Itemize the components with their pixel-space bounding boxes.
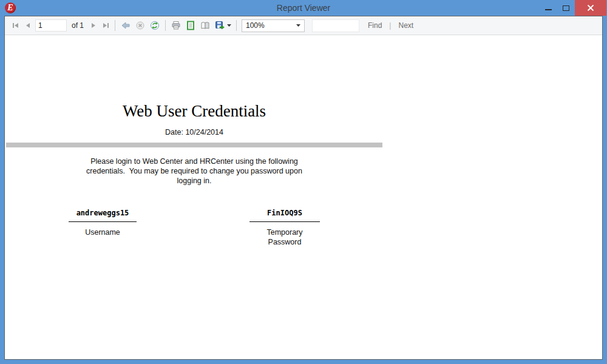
password-label: Temporary Password <box>249 228 320 247</box>
print-layout-button[interactable] <box>183 19 198 32</box>
titlebar: E Report Viewer <box>0 0 607 16</box>
refresh-icon <box>150 21 160 30</box>
username-label: Username <box>69 228 137 237</box>
previous-page-button[interactable] <box>22 19 34 32</box>
refresh-button[interactable] <box>148 19 162 32</box>
username-field: andreweggs15 Username <box>69 209 137 237</box>
report-instructions: Please login to Web Center and HRCenter … <box>5 157 384 186</box>
zoom-value: 100% <box>246 21 265 30</box>
divider-bar <box>6 143 382 147</box>
close-icon <box>587 4 594 12</box>
window-title: Report Viewer <box>0 3 607 13</box>
report-date: Date: 10/24/2014 <box>5 128 384 136</box>
window-controls <box>540 0 606 16</box>
toolbar-separator <box>115 20 115 31</box>
find-text-input[interactable] <box>312 19 359 32</box>
last-page-button[interactable] <box>100 19 112 32</box>
find-next-button[interactable]: Next <box>398 21 413 30</box>
page-number-input[interactable] <box>35 19 67 32</box>
page-setup-icon <box>200 21 210 30</box>
toolbar-separator <box>165 20 166 31</box>
content-frame: of 1 <box>4 16 603 360</box>
report-toolbar: of 1 <box>5 16 602 35</box>
print-button[interactable] <box>169 19 183 32</box>
password-field: FinIOQ9S Temporary Password <box>249 209 320 247</box>
next-page-button[interactable] <box>87 19 100 32</box>
first-page-icon <box>11 21 21 30</box>
print-layout-icon <box>186 21 195 30</box>
back-to-parent-icon <box>121 21 131 30</box>
print-icon <box>171 21 181 30</box>
maximize-icon <box>563 5 569 11</box>
toolbar-separator <box>236 20 237 31</box>
zoom-dropdown-caret-icon <box>296 24 300 27</box>
next-page-icon <box>89 21 98 30</box>
username-value: andreweggs15 <box>69 209 137 222</box>
stop-rendering-icon <box>135 21 145 30</box>
minimize-icon <box>545 9 552 10</box>
maximize-button[interactable] <box>557 0 575 16</box>
report-title: Web User Credentials <box>5 102 384 121</box>
back-to-parent-button[interactable] <box>118 19 133 32</box>
report-viewer-window: E Report Viewer of 1 <box>0 0 607 364</box>
export-button[interactable] <box>212 19 233 32</box>
previous-page-icon <box>23 21 33 30</box>
last-page-icon <box>101 21 110 30</box>
stop-rendering-button[interactable] <box>133 19 148 32</box>
find-button[interactable]: Find <box>368 21 382 30</box>
export-dropdown-caret-icon <box>227 24 231 27</box>
close-button[interactable] <box>575 0 606 16</box>
page-count-label: of 1 <box>72 21 84 30</box>
zoom-dropdown[interactable]: 100% <box>242 19 305 32</box>
find-next-separator: | <box>389 21 391 30</box>
report-page: Web User Credentials Date: 10/24/2014 Pl… <box>5 35 602 359</box>
export-icon <box>215 21 225 30</box>
minimize-button[interactable] <box>540 0 557 16</box>
password-value: FinIOQ9S <box>249 209 320 222</box>
page-setup-button[interactable] <box>198 19 212 32</box>
first-page-button[interactable] <box>10 19 22 32</box>
